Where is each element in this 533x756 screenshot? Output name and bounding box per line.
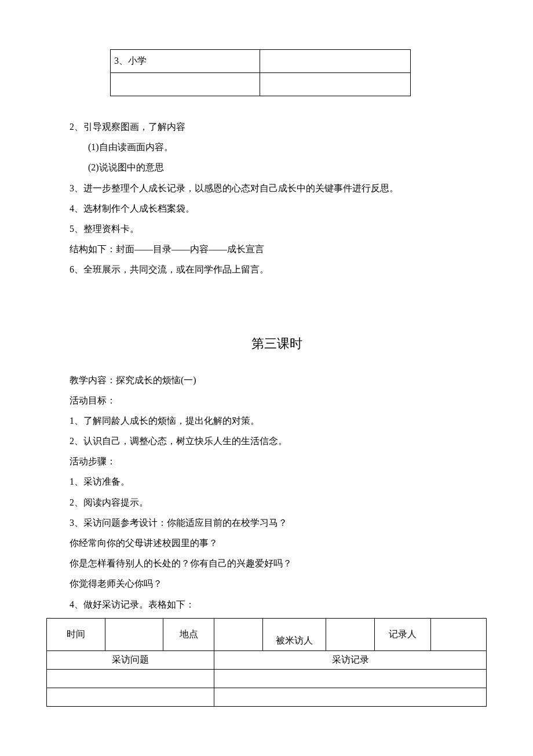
goal-2: 2、认识自己，调整心态，树立快乐人生的生活信念。 [70, 431, 484, 451]
th-place: 地点 [163, 618, 214, 650]
th-time-val [105, 618, 163, 650]
table1-r1c1: 3、小学 [111, 50, 260, 73]
content-block-1: 2、引导观察图画，了解内容 (1)自由读画面内容。 (2)说说图中的意思 3、进… [70, 117, 484, 280]
step-4: 4、做好采访记录。表格如下： [70, 594, 484, 615]
line-2: 2、引导观察图画，了解内容 [70, 117, 484, 137]
question-1: 你经常向你的父母讲述校园里的事？ [70, 533, 484, 553]
activity-steps-label: 活动步骤： [70, 451, 484, 471]
line-6: 6、全班展示，共同交流，或在同学作品上留言。 [70, 259, 484, 279]
table1-r2c1 [111, 73, 260, 96]
th-time: 时间 [47, 618, 105, 650]
th-question: 采访问题 [47, 650, 214, 669]
lesson-content: 教学内容：探究成长的烦恼(一) [70, 370, 484, 390]
line-structure: 结构如下：封面——目录——内容——成长宣言 [70, 239, 484, 259]
growth-stage-table: 3、小学 [110, 49, 411, 96]
question-3: 你觉得老师关心你吗？ [70, 573, 484, 594]
activity-goal-label: 活动目标： [70, 390, 484, 410]
th-record: 采访记录 [214, 650, 487, 669]
th-interviewee-val [326, 618, 374, 650]
row2-record [214, 688, 487, 706]
th-interviewee: 被米访人 [263, 618, 326, 650]
goal-1: 1、了解同龄人成长的烦恼，提出化解的对策。 [70, 410, 484, 431]
th-place-val [214, 618, 263, 650]
th-recorder-val [430, 618, 486, 650]
th-recorder: 记录人 [375, 618, 430, 650]
content-block-2: 教学内容：探究成长的烦恼(一) 活动目标： 1、了解同龄人成长的烦恼，提出化解的… [70, 370, 484, 615]
line-2-1: (1)自由读画面内容。 [70, 137, 484, 157]
step-2: 2、阅读内容提示。 [70, 492, 484, 513]
line-4: 4、选材制作个人成长档案袋。 [70, 198, 484, 219]
row1-question [47, 669, 214, 688]
line-2-2: (2)说说图中的意思 [70, 157, 484, 177]
step-1: 1、采访准备。 [70, 471, 484, 492]
section-title: 第三课时 [70, 335, 484, 352]
table1-r1c2 [260, 50, 411, 73]
row1-record [214, 669, 487, 688]
line-5: 5、整理资料卡。 [70, 219, 484, 239]
question-2: 你是怎样看待别人的长处的？你有自己的兴趣爱好吗？ [70, 553, 484, 573]
table1-r2c2 [260, 73, 411, 96]
step-3: 3、采访问题参考设计：你能适应目前的在校学习马？ [70, 513, 484, 533]
interview-record-table: 时间 地点 被米访人 记录人 采访问题 采访记录 [46, 618, 487, 707]
row2-question [47, 688, 214, 706]
line-3: 3、进一步整理个人成长记录，以感恩的心态对自己成长中的关键事件进行反思。 [70, 178, 484, 198]
